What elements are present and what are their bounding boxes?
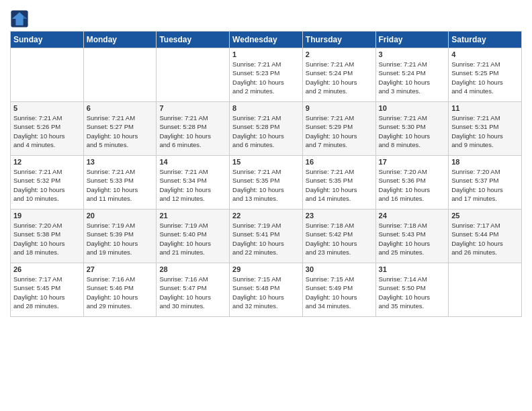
- day-info: Sunrise: 7:21 AMSunset: 5:34 PMDaylight:…: [159, 167, 226, 203]
- calendar-cell: [157, 48, 230, 102]
- calendar-cell: [83, 48, 157, 102]
- calendar-cell: 15Sunrise: 7:21 AMSunset: 5:35 PMDayligh…: [230, 156, 303, 210]
- day-info: Sunrise: 7:16 AMSunset: 5:47 PMDaylight:…: [159, 275, 226, 310]
- header: [10, 7, 522, 28]
- calendar-cell: 12Sunrise: 7:21 AMSunset: 5:32 PMDayligh…: [11, 156, 84, 210]
- day-number: 4: [451, 50, 519, 58]
- calendar-cell: 28Sunrise: 7:16 AMSunset: 5:47 PMDayligh…: [157, 263, 230, 317]
- calendar-week-row: 12Sunrise: 7:21 AMSunset: 5:32 PMDayligh…: [11, 156, 522, 210]
- day-info: Sunrise: 7:21 AMSunset: 5:30 PMDaylight:…: [379, 113, 446, 149]
- day-info: Sunrise: 7:21 AMSunset: 5:28 PMDaylight:…: [232, 113, 300, 149]
- calendar-cell: 4Sunrise: 7:21 AMSunset: 5:25 PMDaylight…: [449, 48, 522, 102]
- calendar-cell: 24Sunrise: 7:18 AMSunset: 5:43 PMDayligh…: [375, 210, 449, 263]
- day-info: Sunrise: 7:21 AMSunset: 5:24 PMDaylight:…: [306, 60, 373, 95]
- day-number: 23: [306, 212, 373, 220]
- day-info: Sunrise: 7:21 AMSunset: 5:35 PMDaylight:…: [232, 167, 300, 203]
- calendar-cell: 1Sunrise: 7:21 AMSunset: 5:23 PMDaylight…: [230, 48, 303, 102]
- calendar-cell: [11, 48, 84, 102]
- day-info: Sunrise: 7:21 AMSunset: 5:27 PMDaylight:…: [87, 113, 154, 149]
- calendar-cell: 6Sunrise: 7:21 AMSunset: 5:27 PMDaylight…: [83, 102, 157, 156]
- weekday-header: Monday: [83, 32, 157, 48]
- day-number: 31: [379, 265, 446, 273]
- calendar-cell: 20Sunrise: 7:19 AMSunset: 5:39 PMDayligh…: [83, 210, 157, 263]
- page: SundayMondayTuesdayWednesdayThursdayFrid…: [0, 0, 532, 411]
- day-number: 13: [87, 158, 154, 166]
- day-number: 10: [379, 104, 446, 112]
- day-number: 26: [13, 265, 81, 273]
- calendar-cell: 19Sunrise: 7:20 AMSunset: 5:38 PMDayligh…: [11, 210, 84, 263]
- calendar-cell: 16Sunrise: 7:21 AMSunset: 5:35 PMDayligh…: [302, 156, 375, 210]
- calendar-cell: 18Sunrise: 7:20 AMSunset: 5:37 PMDayligh…: [449, 156, 522, 210]
- weekday-header: Friday: [375, 32, 449, 48]
- weekday-header-row: SundayMondayTuesdayWednesdayThursdayFrid…: [11, 32, 522, 48]
- weekday-header: Sunday: [11, 32, 84, 48]
- day-number: 12: [13, 158, 81, 166]
- calendar-cell: 17Sunrise: 7:20 AMSunset: 5:36 PMDayligh…: [375, 156, 449, 210]
- day-number: 3: [379, 50, 446, 58]
- logo: [10, 7, 30, 28]
- day-number: 2: [306, 50, 373, 58]
- calendar-cell: 25Sunrise: 7:17 AMSunset: 5:44 PMDayligh…: [449, 210, 522, 263]
- logo-icon: [10, 9, 29, 28]
- day-info: Sunrise: 7:14 AMSunset: 5:50 PMDaylight:…: [379, 275, 446, 310]
- day-number: 14: [159, 158, 226, 166]
- calendar-cell: 31Sunrise: 7:14 AMSunset: 5:50 PMDayligh…: [375, 263, 449, 317]
- day-number: 9: [306, 104, 373, 112]
- day-info: Sunrise: 7:21 AMSunset: 5:31 PMDaylight:…: [451, 113, 519, 149]
- day-number: 8: [232, 104, 300, 112]
- calendar-cell: 21Sunrise: 7:19 AMSunset: 5:40 PMDayligh…: [157, 210, 230, 263]
- day-number: 18: [451, 158, 519, 166]
- day-info: Sunrise: 7:19 AMSunset: 5:39 PMDaylight:…: [87, 221, 154, 257]
- day-info: Sunrise: 7:21 AMSunset: 5:35 PMDaylight:…: [306, 167, 373, 203]
- day-info: Sunrise: 7:19 AMSunset: 5:40 PMDaylight:…: [159, 221, 226, 257]
- weekday-header: Saturday: [449, 32, 522, 48]
- day-number: 15: [232, 158, 300, 166]
- day-info: Sunrise: 7:19 AMSunset: 5:41 PMDaylight:…: [232, 221, 300, 257]
- day-info: Sunrise: 7:15 AMSunset: 5:48 PMDaylight:…: [232, 275, 300, 310]
- weekday-header: Tuesday: [157, 32, 230, 48]
- day-number: 6: [87, 104, 154, 112]
- calendar-week-row: 26Sunrise: 7:17 AMSunset: 5:45 PMDayligh…: [11, 263, 522, 317]
- day-info: Sunrise: 7:21 AMSunset: 5:26 PMDaylight:…: [13, 113, 81, 149]
- day-info: Sunrise: 7:21 AMSunset: 5:29 PMDaylight:…: [306, 113, 373, 149]
- day-number: 21: [159, 212, 226, 220]
- day-number: 29: [232, 265, 300, 273]
- day-number: 11: [451, 104, 519, 112]
- calendar-cell: 27Sunrise: 7:16 AMSunset: 5:46 PMDayligh…: [83, 263, 157, 317]
- day-number: 16: [306, 158, 373, 166]
- day-number: 17: [379, 158, 446, 166]
- calendar-cell: 11Sunrise: 7:21 AMSunset: 5:31 PMDayligh…: [449, 102, 522, 156]
- day-number: 27: [87, 265, 154, 273]
- day-info: Sunrise: 7:20 AMSunset: 5:38 PMDaylight:…: [13, 221, 81, 257]
- calendar-cell: 10Sunrise: 7:21 AMSunset: 5:30 PMDayligh…: [375, 102, 449, 156]
- day-number: 22: [232, 212, 300, 220]
- calendar-cell: 9Sunrise: 7:21 AMSunset: 5:29 PMDaylight…: [302, 102, 375, 156]
- calendar-cell: 22Sunrise: 7:19 AMSunset: 5:41 PMDayligh…: [230, 210, 303, 263]
- day-number: 5: [13, 104, 81, 112]
- calendar-cell: 3Sunrise: 7:21 AMSunset: 5:24 PMDaylight…: [375, 48, 449, 102]
- calendar-cell: [449, 263, 522, 317]
- day-info: Sunrise: 7:17 AMSunset: 5:44 PMDaylight:…: [451, 221, 519, 257]
- calendar-week-row: 19Sunrise: 7:20 AMSunset: 5:38 PMDayligh…: [11, 210, 522, 263]
- day-number: 28: [159, 265, 226, 273]
- day-info: Sunrise: 7:21 AMSunset: 5:32 PMDaylight:…: [13, 167, 81, 203]
- calendar-cell: 26Sunrise: 7:17 AMSunset: 5:45 PMDayligh…: [11, 263, 84, 317]
- calendar-cell: 30Sunrise: 7:15 AMSunset: 5:49 PMDayligh…: [302, 263, 375, 317]
- day-info: Sunrise: 7:21 AMSunset: 5:25 PMDaylight:…: [451, 60, 519, 95]
- day-number: 24: [379, 212, 446, 220]
- day-number: 30: [306, 265, 373, 273]
- calendar: SundayMondayTuesdayWednesdayThursdayFrid…: [10, 31, 522, 317]
- day-info: Sunrise: 7:18 AMSunset: 5:42 PMDaylight:…: [306, 221, 373, 257]
- weekday-header: Wednesday: [230, 32, 303, 48]
- day-info: Sunrise: 7:20 AMSunset: 5:36 PMDaylight:…: [379, 167, 446, 203]
- day-number: 19: [13, 212, 81, 220]
- calendar-cell: 14Sunrise: 7:21 AMSunset: 5:34 PMDayligh…: [157, 156, 230, 210]
- day-info: Sunrise: 7:18 AMSunset: 5:43 PMDaylight:…: [379, 221, 446, 257]
- day-info: Sunrise: 7:15 AMSunset: 5:49 PMDaylight:…: [306, 275, 373, 310]
- calendar-cell: 5Sunrise: 7:21 AMSunset: 5:26 PMDaylight…: [11, 102, 84, 156]
- day-info: Sunrise: 7:21 AMSunset: 5:23 PMDaylight:…: [232, 60, 300, 95]
- day-number: 7: [159, 104, 226, 112]
- calendar-cell: 7Sunrise: 7:21 AMSunset: 5:28 PMDaylight…: [157, 102, 230, 156]
- calendar-cell: 8Sunrise: 7:21 AMSunset: 5:28 PMDaylight…: [230, 102, 303, 156]
- weekday-header: Thursday: [302, 32, 375, 48]
